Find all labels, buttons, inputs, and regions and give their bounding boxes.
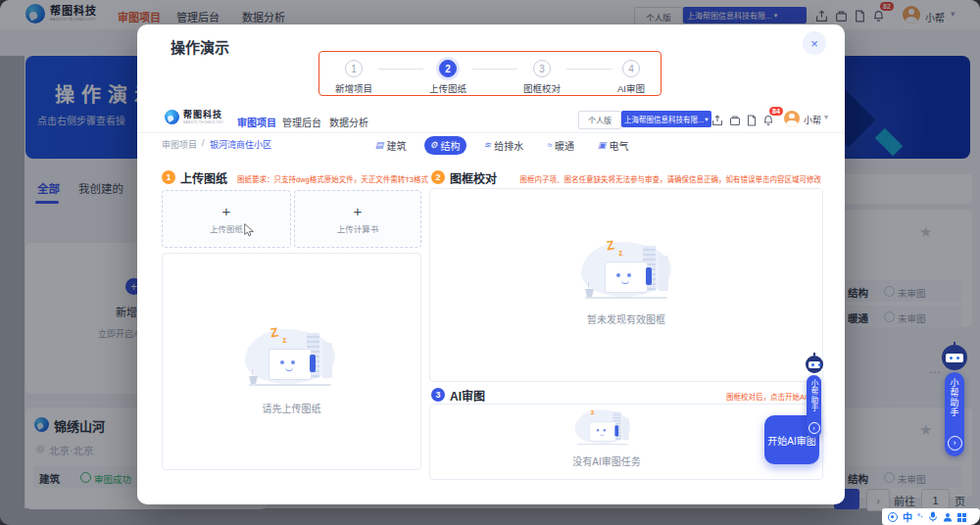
step-new-project[interactable]: 1 新增项目 <box>335 60 372 95</box>
tab-label: 电气 <box>610 138 629 153</box>
grid-icon[interactable] <box>957 508 966 525</box>
tab-label: 建筑 <box>387 138 407 153</box>
water-icon: ≋ <box>484 140 492 150</box>
step-number: 2 <box>439 60 457 77</box>
ime-logo-icon[interactable] <box>888 512 898 522</box>
ime-language-toggle[interactable]: 中 <box>903 509 912 524</box>
breadcrumb-current: 银河湾商住小区 <box>210 138 271 151</box>
tab-hvac[interactable]: ≈暖通 <box>541 136 580 155</box>
plan-toggle-personal[interactable]: 个人版 <box>578 111 621 129</box>
user-icon[interactable] <box>943 508 953 525</box>
step-label: AI审图 <box>617 81 645 95</box>
frame-panel-note: 图框内子项、图名任意缺失将无法参与审查，请确保信息正确，如有错误单击内容区域可修… <box>461 173 821 184</box>
share-icon[interactable] <box>711 113 723 130</box>
panel-number-badge: 2 <box>431 170 445 184</box>
frame-proof-panel: Z z 暂未发现有效图框 <box>429 188 823 382</box>
upload-drawing-dropzone[interactable]: + 上传图纸 <box>162 190 291 248</box>
username: 小帮 <box>804 114 821 126</box>
step-ai-review[interactable]: 4 AI审图 <box>617 60 645 95</box>
app-nav-analytics[interactable]: 数据分析 <box>329 115 368 129</box>
hvac-icon: ≈ <box>547 140 552 150</box>
discipline-tabs: ▤建筑 ⚙结构 ≋给排水 ≈暖通 ▣电气 <box>369 134 635 156</box>
building-shape <box>322 343 332 378</box>
chevron-right-icon: › <box>808 422 820 434</box>
assistant-label: 小帮助手 <box>808 379 819 412</box>
upload-calcbook-dropzone[interactable]: + 上传计算书 <box>294 190 421 248</box>
frame-empty-text: 暂未发现有效图框 <box>430 311 822 326</box>
step-label: 图框校对 <box>523 81 561 95</box>
microphone-icon[interactable] <box>928 508 938 525</box>
app-nav-review-projects[interactable]: 审图项目 <box>237 115 276 129</box>
monitor-mouth <box>285 365 293 371</box>
document-icon[interactable] <box>746 113 758 130</box>
package-icon[interactable] <box>729 113 741 130</box>
sleep-z: z <box>617 248 623 259</box>
assistant-widget-screen[interactable]: 小帮助手 › <box>940 345 969 447</box>
sleeping-monitor-graphic <box>269 349 312 380</box>
sleeping-monitor-graphic <box>605 262 648 293</box>
assistant-label: 小帮助手 <box>949 378 961 417</box>
tab-plumbing[interactable]: ≋给排水 <box>478 136 530 155</box>
robot-icon <box>806 356 823 373</box>
monitor-eyes <box>616 273 620 277</box>
breadcrumb-separator: / <box>202 138 205 148</box>
sleep-z: z <box>281 335 287 346</box>
assistant-pill[interactable]: 小帮助手 › <box>807 375 821 438</box>
building-shape <box>659 256 668 291</box>
breadcrumb-root[interactable]: 审图项目 <box>162 138 197 151</box>
step-number: 3 <box>533 60 551 77</box>
panel-number-badge: 3 <box>431 388 445 402</box>
tab-label: 给排水 <box>494 138 523 153</box>
monitor-bar <box>310 355 316 372</box>
ai-panel-note: 图框校对后，点击开始AI审图 <box>559 391 821 402</box>
org-switcher-button[interactable]: 上海帮图信息科技有限... ▾ <box>621 111 711 127</box>
ground-line <box>577 444 628 445</box>
tab-architecture[interactable]: ▤建筑 <box>369 136 413 155</box>
notification-badge: 84 <box>769 107 783 116</box>
brand: 帮图科技 BANGTU TECHNOLOGY <box>183 111 223 124</box>
robot-icon <box>942 345 967 370</box>
brand-logo-icon <box>165 110 179 124</box>
assistant-pill[interactable]: 小帮助手 › <box>945 372 964 456</box>
empty-state-illustration: Z z <box>577 240 675 305</box>
drawing-list-panel: Z z 请先上传图纸 <box>162 253 421 470</box>
step-connector <box>378 69 423 70</box>
step-connector <box>472 69 517 70</box>
assistant-widget-modal[interactable]: 小帮助手 › <box>804 356 825 434</box>
ground-line <box>249 384 331 386</box>
monitor-mouth <box>621 278 629 284</box>
tab-label: 结构 <box>441 138 461 153</box>
upload-empty-text: 请先上传图纸 <box>163 401 420 415</box>
header-divider <box>137 132 845 133</box>
ime-toolbar[interactable]: 中 °· <box>882 508 980 525</box>
tab-electrical[interactable]: ▣电气 <box>592 136 635 155</box>
step-frame-proof[interactable]: 3 图框校对 <box>523 60 561 95</box>
sleeping-monitor-graphic <box>589 422 615 442</box>
chevron-right-icon: › <box>948 436 962 451</box>
electrical-icon: ▣ <box>598 140 607 150</box>
close-icon[interactable]: × <box>803 31 826 55</box>
ai-empty-text: 没有AI审图任务 <box>509 453 705 468</box>
sleep-z: Z <box>270 324 279 340</box>
app-nav-admin[interactable]: 管理后台 <box>282 115 321 129</box>
demo-stepper: 1 新增项目 2 上传图纸 3 图框校对 4 AI审图 <box>318 51 662 96</box>
step-upload-drawings[interactable]: 2 上传图纸 <box>429 60 466 95</box>
upload-panel-title: 上传图纸 <box>180 169 227 186</box>
step-label: 上传图纸 <box>429 81 466 95</box>
architecture-icon: ▤ <box>375 140 384 150</box>
monitor-bar <box>646 267 652 285</box>
empty-state-illustration: Z z <box>241 327 339 392</box>
monitor-mouth <box>600 432 605 436</box>
cursor-icon <box>243 223 255 241</box>
sleep-z: z <box>590 406 596 416</box>
avatar[interactable] <box>784 111 800 126</box>
demo-modal: 操作演示 × 1 新增项目 2 上传图纸 3 图框校对 4 AI审图 <box>137 24 845 504</box>
ime-punctuation-toggle[interactable]: °· <box>917 512 923 521</box>
chevron-down-icon[interactable]: ▾ <box>824 113 828 121</box>
ground-line <box>585 297 667 299</box>
tab-structure[interactable]: ⚙结构 <box>424 136 466 155</box>
monitor-bar <box>614 425 618 436</box>
tab-label: 暖通 <box>555 138 574 153</box>
monitor-eyes <box>280 360 284 364</box>
plus-icon: + <box>222 204 231 218</box>
